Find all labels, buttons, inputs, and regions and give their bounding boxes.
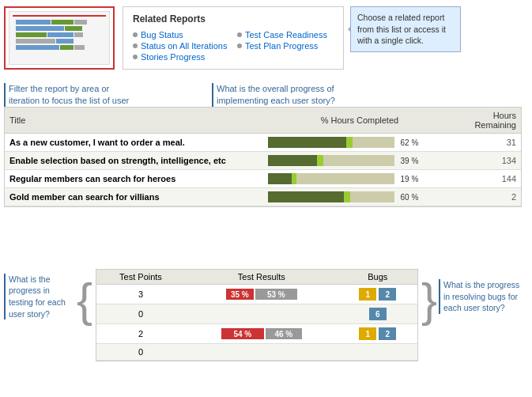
report-link-test-case-readiness[interactable]: Test Case Readiness <box>245 30 327 40</box>
bar-accent <box>344 191 350 202</box>
test-points-cell: 0 <box>96 304 185 324</box>
bar-accent <box>317 155 323 166</box>
bar-accent <box>346 137 353 148</box>
table-row: 0 <box>96 344 417 361</box>
bug-badge-teal: 2 <box>379 288 396 301</box>
col-header-bugs: Bugs <box>338 270 417 285</box>
test-seg-gray: 53 % <box>255 289 297 300</box>
bar-cell: 39 % <box>263 152 457 170</box>
test-points-cell: 2 <box>96 324 185 344</box>
bar-cell: 19 % <box>263 170 457 188</box>
related-reports-container: Related Reports Bug Status Status on All… <box>123 6 461 70</box>
bug-badge-yellow: 1 <box>359 327 376 340</box>
remaining-cell: 2 <box>456 188 521 206</box>
table-row: Regular members can search for heroes19 … <box>5 170 521 188</box>
bullet-icon <box>133 32 138 37</box>
col-header-hours-completed: % Hours Completed <box>263 108 457 134</box>
bottom-table: Test Points Test Results Bugs 335 %53 %1… <box>96 270 417 361</box>
report-link-bug-status[interactable]: Bug Status <box>141 30 183 40</box>
bugs-cell <box>338 344 417 361</box>
col-header-test-points: Test Points <box>96 270 185 285</box>
main-table: Title % Hours Completed HoursRemaining A… <box>5 108 521 206</box>
test-points-cell: 3 <box>96 285 185 304</box>
remaining-cell: 31 <box>456 134 521 152</box>
col-header-hours-remaining: HoursRemaining <box>456 108 521 134</box>
report-link-stories-progress[interactable]: Stories Progress <box>141 52 205 62</box>
report-item-test-plan-progress[interactable]: Test Plan Progress <box>237 40 334 51</box>
related-reports-callout: Choose a related report from this list o… <box>350 6 461 52</box>
test-results-cell: 35 %53 % <box>185 285 338 304</box>
table-row: As a new customer, I want to order a mea… <box>5 134 521 152</box>
right-brace: } <box>421 277 437 324</box>
bar-label: 39 % <box>401 157 423 165</box>
bar-label: 60 % <box>401 193 423 202</box>
related-reports-box: Related Reports Bug Status Status on All… <box>123 6 344 70</box>
bug-badge-teal: 6 <box>369 308 387 320</box>
title-cell: As a new customer, I want to order a mea… <box>5 134 263 152</box>
bullet-icon <box>133 55 138 59</box>
test-seg-red: 35 % <box>226 289 254 300</box>
bug-badge-yellow: 1 <box>359 288 376 301</box>
bar-accent <box>292 173 296 184</box>
remaining-cell: 134 <box>456 152 521 170</box>
bugs-cell: 12 <box>338 285 417 304</box>
bullet-icon <box>237 32 242 37</box>
title-cell: Enable selection based on strength, inte… <box>5 152 263 170</box>
table-row: Gold member can search for villians60 %2 <box>5 188 521 206</box>
bar-fill <box>268 137 346 148</box>
table-row: 254 %46 %12 <box>96 324 417 344</box>
test-seg-red: 54 % <box>221 328 264 339</box>
title-cell: Gold member can search for villians <box>5 188 263 206</box>
main-table-container: Title % Hours Completed HoursRemaining A… <box>4 107 522 207</box>
progress-note: What is the overall progress of implemen… <box>212 83 370 108</box>
report-link-test-plan-progress[interactable]: Test Plan Progress <box>245 41 318 51</box>
bar-fill <box>268 191 344 202</box>
bottom-left-note: What is the progress in testing for each… <box>4 274 75 320</box>
report-link-all-iterations[interactable]: Status on All Iterations <box>141 41 227 51</box>
bar-label: 19 % <box>401 175 423 183</box>
bar-label: 62 % <box>401 138 423 147</box>
bullet-icon <box>237 43 242 48</box>
bar-cell: 62 % <box>263 134 457 152</box>
title-cell: Regular members can search for heroes <box>5 170 263 188</box>
related-reports-grid: Bug Status Status on All Iterations Stor… <box>133 29 334 62</box>
report-item-stories-progress[interactable]: Stories Progress <box>133 51 229 62</box>
col-header-test-results: Test Results <box>185 270 338 285</box>
test-seg-gray: 46 % <box>266 328 302 339</box>
report-item-all-iterations[interactable]: Status on All Iterations <box>133 40 229 51</box>
test-results-cell: 54 %46 % <box>185 324 338 344</box>
report-item-test-case-readiness[interactable]: Test Case Readiness <box>237 29 334 40</box>
bugs-cell: 6 <box>338 304 417 324</box>
bar-cell: 60 % <box>263 188 457 206</box>
table-row: Enable selection based on strength, inte… <box>5 152 521 170</box>
left-brace: { <box>77 277 92 324</box>
test-points-cell: 0 <box>96 344 185 361</box>
bug-badge-teal: 2 <box>379 327 396 340</box>
table-row: 335 %53 %12 <box>96 285 417 304</box>
test-results-cell <box>185 344 338 361</box>
test-results-cell <box>185 304 338 324</box>
table-row: 06 <box>96 304 417 324</box>
bullet-icon <box>133 43 138 48</box>
bottom-table-container: Test Points Test Results Bugs 335 %53 %1… <box>96 269 418 361</box>
bottom-right-note: What is the progress in resolving bugs f… <box>439 279 522 314</box>
bar-fill <box>268 173 292 184</box>
bugs-cell: 12 <box>338 324 417 344</box>
related-reports-title: Related Reports <box>133 13 334 25</box>
report-thumbnail <box>4 6 115 70</box>
bar-fill <box>268 155 317 166</box>
remaining-cell: 144 <box>456 170 521 188</box>
report-item-bug-status[interactable]: Bug Status <box>133 29 229 40</box>
bottom-section: What is the progress in testing for each… <box>4 269 522 361</box>
col-header-title: Title <box>5 108 263 134</box>
